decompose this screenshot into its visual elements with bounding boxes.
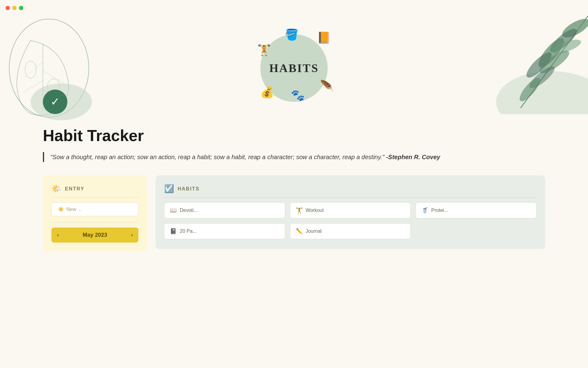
habit-label-4: Journal — [306, 228, 322, 234]
entry-card-title: ENTRY — [65, 186, 85, 192]
quote-block: "Sow a thought, reap an action; sow an a… — [43, 152, 545, 162]
habit-button-3[interactable]: 📓20 Pa... — [164, 223, 285, 239]
habit-button-4[interactable]: ✏️Journal — [290, 223, 411, 239]
dumbbell-icon: 🏋️ — [257, 44, 271, 56]
habit-label-1: Workout — [306, 208, 324, 213]
habit-label-2: Protei... — [431, 208, 448, 213]
titlebar — [0, 0, 588, 16]
sunrise-icon: 🌤️ — [51, 184, 61, 194]
habit-icon-0: 📖 — [170, 207, 177, 214]
right-leaf-decoration — [459, 16, 588, 114]
left-leaf-decoration: ✓ — [0, 16, 104, 120]
maximize-button[interactable] — [19, 6, 23, 10]
month-label: May 2023 — [83, 232, 107, 238]
app-logo: HABITS 🪣 📙 🏋️ 💰 🐾 🪶 — [251, 25, 337, 111]
next-month-button[interactable]: › — [131, 232, 133, 238]
page-title: Habit Tracker — [43, 126, 545, 145]
book-icon: 📙 — [317, 31, 331, 44]
habits-card-title: HABITS — [178, 186, 200, 192]
habits-card: ☑️ HABITS 📖Devoti...🏋️Workout🥤Protei...📓… — [156, 175, 545, 249]
svg-point-6 — [25, 61, 36, 78]
habit-icon-2: 🥤 — [421, 207, 428, 214]
habits-card-header: ☑️ HABITS — [164, 184, 537, 197]
watering-can-icon: 🪣 — [285, 28, 299, 41]
close-button[interactable] — [6, 6, 10, 10]
habit-button-0[interactable]: 📖Devoti... — [164, 202, 285, 218]
minimize-button[interactable] — [12, 6, 17, 10]
main-content: Habit Tracker "Sow a thought, reap an ac… — [43, 126, 545, 251]
habits-grid: 📖Devoti...🏋️Workout🥤Protei...📓20 Pa...✏️… — [164, 202, 537, 239]
money-bag-icon: 💰 — [260, 86, 274, 99]
habit-button-1[interactable]: 🏋️Workout — [290, 202, 411, 218]
checklist-icon: ☑️ — [164, 184, 174, 194]
paw-icon: 🐾 — [291, 89, 305, 102]
habit-icon-1: 🏋️ — [296, 207, 303, 214]
quill-icon: 🪶 — [320, 80, 334, 93]
habit-label-3: 20 Pa... — [180, 228, 197, 234]
entry-card: 🌤️ ENTRY ☀️ New ... ‹ May 2023 › — [43, 175, 147, 251]
quote-author: -Stephen R. Covey — [386, 154, 440, 160]
divider — [51, 222, 138, 223]
habit-icon-4: ✏️ — [296, 228, 303, 235]
habit-icon-3: 📓 — [170, 228, 177, 235]
quote-text: "Sow a thought, reap an action; sow an a… — [50, 152, 545, 162]
cards-row: 🌤️ ENTRY ☀️ New ... ‹ May 2023 › ☑️ HABI… — [43, 175, 545, 251]
new-entry-button[interactable]: ☀️ New ... — [51, 202, 138, 216]
sun-icon: ☀️ — [58, 206, 64, 212]
habit-label-0: Devoti... — [180, 208, 198, 213]
month-navigator[interactable]: ‹ May 2023 › — [51, 228, 138, 243]
habit-button-2[interactable]: 🥤Protei... — [416, 202, 537, 218]
entry-card-header: 🌤️ ENTRY — [51, 184, 138, 197]
hero-banner: ✓ HABITS 🪣 📙 🏋️ 💰 🐾 🪶 — [0, 16, 588, 126]
logo-text: HABITS — [269, 61, 319, 75]
prev-month-button[interactable]: ‹ — [57, 232, 59, 238]
checkmark-icon: ✓ — [43, 90, 67, 114]
